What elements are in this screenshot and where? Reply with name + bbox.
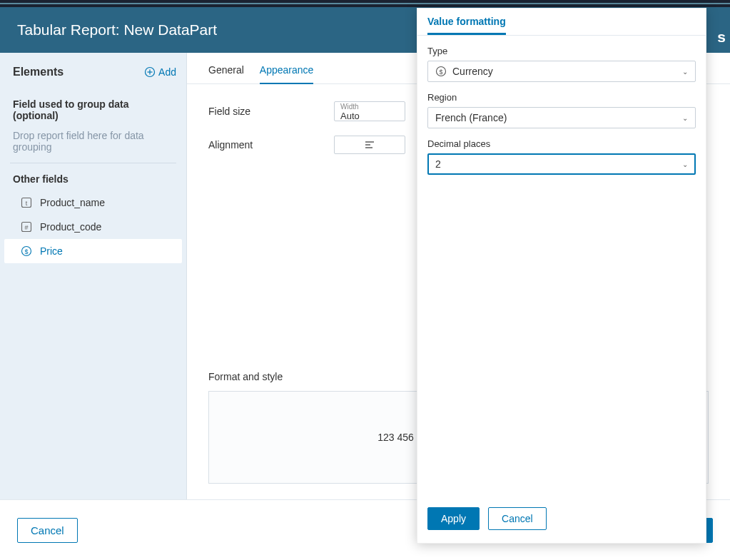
group-dropzone[interactable]: Drop report field here for data grouping — [0, 127, 186, 163]
sidebar-title: Elements — [13, 66, 64, 78]
currency-icon: $ — [20, 245, 33, 258]
width-value: Auto — [340, 111, 360, 121]
sidebar: Elements Add Field used to group data (o… — [0, 53, 187, 499]
sidebar-item-label: Product_name — [40, 197, 105, 208]
apply-button[interactable]: Apply — [427, 507, 480, 530]
tab-general[interactable]: General — [208, 64, 244, 83]
chevron-down-icon: ⌄ — [682, 68, 688, 76]
popover-cancel-button[interactable]: Cancel — [488, 507, 547, 530]
region-select[interactable]: French (France) ⌄ — [427, 107, 696, 128]
alignment-label: Alignment — [208, 139, 334, 151]
add-label: Add — [158, 66, 176, 78]
add-element-button[interactable]: Add — [144, 66, 176, 78]
svg-text:#: # — [24, 224, 28, 231]
field-size-label: Field size — [208, 106, 334, 117]
width-tiny-label: Width — [340, 103, 399, 111]
region-label: Region — [427, 92, 696, 103]
svg-text:$: $ — [439, 68, 442, 76]
plus-circle-icon — [144, 66, 156, 78]
sidebar-item-product-code[interactable]: # Product_code — [4, 215, 182, 239]
alignment-select[interactable] — [334, 136, 405, 154]
value-formatting-popover: Value formatting Type $ Currency ⌄ Regio… — [417, 8, 706, 544]
other-fields-title: Other fields — [0, 163, 186, 190]
align-left-icon — [365, 141, 375, 149]
popover-tab-value-formatting[interactable]: Value formatting — [427, 9, 506, 35]
header-suffix-letter: s — [717, 29, 726, 46]
svg-text:t: t — [26, 200, 28, 207]
type-select[interactable]: $ Currency ⌄ — [427, 61, 696, 82]
sidebar-item-product-name[interactable]: t Product_name — [4, 190, 182, 215]
sidebar-item-label: Price — [40, 245, 63, 257]
svg-text:$: $ — [24, 248, 28, 255]
hash-icon: # — [20, 220, 33, 233]
text-icon: t — [20, 196, 33, 209]
type-value: Currency — [452, 66, 493, 77]
chevron-down-icon: ⌄ — [682, 114, 688, 122]
chevron-down-icon: ⌄ — [682, 161, 688, 168]
cancel-button[interactable]: Cancel — [17, 518, 78, 543]
sidebar-item-price[interactable]: $ Price — [4, 239, 182, 263]
page-title: Tabular Report: New DataPart — [17, 21, 217, 39]
sidebar-item-label: Product_code — [40, 221, 101, 233]
decimal-value: 2 — [435, 158, 441, 170]
decimal-places-select[interactable]: 2 ⌄ — [427, 153, 696, 175]
region-value: French (France) — [435, 112, 507, 123]
type-label: Type — [427, 46, 696, 56]
width-select[interactable]: Width Auto — [334, 101, 405, 121]
tab-appearance[interactable]: Appearance — [260, 64, 314, 84]
currency-icon: $ — [435, 66, 447, 77]
decimal-places-label: Decimal places — [427, 138, 696, 149]
top-strip — [0, 0, 730, 7]
group-section-title: Field used to group data (optional) — [0, 88, 186, 127]
